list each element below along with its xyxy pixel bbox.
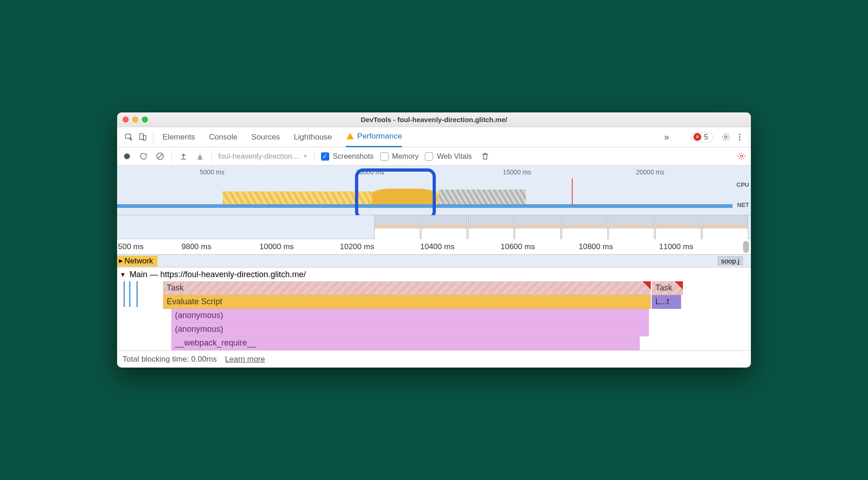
capture-settings-icon[interactable] — [736, 152, 746, 161]
ruler-tick: 10600 ms — [501, 242, 535, 251]
svg-rect-2 — [143, 135, 146, 140]
flame-anonymous[interactable]: (anonymous) — [171, 309, 649, 323]
separator — [153, 131, 153, 144]
screenshots-checkbox[interactable]: ✓ Screenshots — [321, 152, 374, 161]
tab-elements[interactable]: Elements — [163, 127, 195, 147]
window-title: DevTools - foul-heavenly-direction.glitc… — [117, 116, 751, 123]
svg-point-6 — [738, 139, 740, 140]
overview-tick: 20000 ms — [636, 168, 664, 176]
overview-activity — [117, 179, 733, 205]
ruler-tick: 10400 ms — [420, 242, 455, 251]
overview-tick: 10000 ms — [356, 168, 384, 176]
network-label: Network — [124, 257, 153, 266]
screenshot-thumb[interactable] — [468, 215, 514, 239]
svg-rect-1 — [140, 134, 143, 140]
ruler-tick: 11000 ms — [659, 242, 693, 251]
memory-label: Memory — [392, 152, 419, 161]
svg-point-5 — [738, 136, 740, 138]
overview-tick: 15000 ms — [503, 168, 531, 176]
kebab-menu-icon[interactable] — [733, 127, 746, 147]
screenshot-thumb[interactable] — [655, 215, 701, 239]
tab-console[interactable]: Console — [209, 127, 237, 147]
tab-performance[interactable]: Performance — [346, 127, 402, 147]
more-tabs-button[interactable]: » — [660, 132, 673, 142]
flame-layout[interactable]: L...t — [652, 295, 681, 309]
tab-sources[interactable]: Sources — [251, 127, 280, 147]
profile-dropdown[interactable]: foul-heavenly-direction.... — [218, 152, 308, 161]
ruler-tick: 10200 ms — [340, 242, 374, 251]
network-track[interactable]: Network soop.j — [117, 255, 751, 268]
timeline-overview[interactable]: 5000 ms 10000 ms 15000 ms 20000 ms CPU N… — [117, 166, 751, 215]
checkbox-icon — [380, 152, 389, 161]
total-blocking-time: Total blocking time: 0.00ms — [123, 355, 217, 364]
screenshot-thumb[interactable] — [515, 215, 561, 239]
device-mode-icon[interactable] — [135, 127, 149, 147]
flame-anonymous[interactable]: (anonymous) — [171, 323, 649, 336]
network-request-pill[interactable]: soop.j — [718, 257, 743, 265]
svg-point-4 — [738, 134, 740, 135]
screenshot-thumb[interactable] — [374, 215, 420, 239]
screenshots-label: Screenshots — [333, 152, 374, 161]
reload-record-button[interactable] — [138, 152, 148, 161]
download-profile-icon[interactable] — [195, 152, 205, 161]
flame-evaluate-script[interactable]: Evaluate Script — [163, 295, 651, 309]
web-vitals-label: Web Vitals — [437, 152, 472, 161]
panel-tabs: Elements Console Sources Lighthouse Perf… — [163, 127, 402, 147]
garbage-collect-icon[interactable] — [480, 152, 490, 161]
screenshot-thumb[interactable] — [562, 215, 608, 239]
ruler-tick: 10800 ms — [579, 242, 613, 251]
main-track-header[interactable]: Main — https://foul-heavenly-direction.g… — [117, 268, 751, 281]
tab-performance-label: Performance — [357, 132, 402, 141]
ruler-tick: 10000 ms — [259, 242, 294, 251]
error-icon — [693, 133, 701, 141]
performance-toolbar: foul-heavenly-direction.... ✓ Screenshot… — [117, 147, 751, 166]
frame-marks — [121, 281, 162, 350]
status-bar: Total blocking time: 0.00ms Learn more — [117, 350, 751, 368]
main-track-label: Main — https://foul-heavenly-direction.g… — [130, 270, 306, 279]
svg-point-9 — [740, 155, 743, 157]
settings-gear-icon[interactable] — [719, 127, 733, 147]
screenshot-thumb[interactable] — [702, 215, 748, 239]
flame-webpack-require[interactable]: __webpack_require__ — [171, 336, 640, 350]
screenshot-thumb[interactable] — [421, 215, 467, 239]
titlebar: DevTools - foul-heavenly-direction.glitc… — [117, 112, 751, 127]
separator — [314, 151, 315, 162]
svg-rect-0 — [125, 134, 130, 139]
checkbox-icon — [425, 152, 433, 161]
upload-profile-icon[interactable] — [178, 152, 188, 161]
ruler-tick: 9800 ms — [181, 242, 211, 251]
learn-more-link[interactable]: Learn more — [225, 355, 265, 364]
flame-task[interactable]: Task — [163, 281, 651, 295]
web-vitals-checkbox[interactable]: Web Vitals — [425, 152, 472, 161]
overview-tick: 5000 ms — [200, 168, 225, 176]
svg-point-7 — [124, 153, 130, 159]
error-count-badge[interactable]: 5 — [691, 132, 713, 142]
screenshot-thumb[interactable] — [609, 215, 654, 239]
svg-point-3 — [725, 136, 727, 138]
separator — [171, 151, 172, 162]
devtools-tabbar: Elements Console Sources Lighthouse Perf… — [117, 127, 751, 147]
flame-chart[interactable]: Task Task Evaluate Script L...t (anonymo… — [117, 281, 751, 350]
error-count: 5 — [704, 133, 708, 141]
overview-lane-labels: CPU NET — [737, 181, 749, 209]
inspect-element-icon[interactable] — [122, 127, 135, 147]
record-button[interactable] — [122, 152, 132, 161]
flame-task[interactable]: Task — [652, 281, 683, 295]
devtools-window: DevTools - foul-heavenly-direction.glitc… — [117, 112, 751, 368]
network-track-header[interactable]: Network — [117, 256, 158, 267]
ruler-tick: 500 ms — [118, 242, 144, 251]
time-ruler[interactable]: 500 ms 9800 ms 10000 ms 10200 ms 10400 m… — [117, 239, 751, 255]
memory-checkbox[interactable]: Memory — [380, 152, 419, 161]
checkbox-icon: ✓ — [321, 152, 329, 161]
clear-button[interactable] — [155, 152, 165, 161]
scrollbar-thumb[interactable] — [743, 241, 749, 253]
tab-lighthouse[interactable]: Lighthouse — [294, 127, 332, 147]
separator — [211, 151, 212, 162]
screenshot-filmstrip[interactable] — [117, 215, 751, 239]
